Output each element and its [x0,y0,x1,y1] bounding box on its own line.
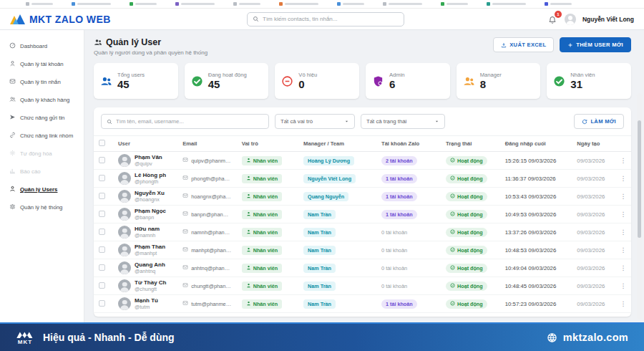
manager-link[interactable]: Nam Trần [303,264,336,273]
manager-link[interactable]: Hoàng Lý Dương [303,156,354,165]
last-login: 13:37:26 09/03/2026 [500,223,572,241]
stat-value: 31 [570,79,595,90]
sidebar-item-dashboard[interactable]: Dashboard [0,37,84,55]
manager-link[interactable]: Nam Trần [303,228,336,237]
row-actions-button[interactable]: ⋮ [620,229,626,236]
bookmark-item[interactable] [233,2,260,6]
scrollbar-thumb[interactable] [638,120,641,238]
export-excel-button[interactable]: XUẤT EXCEL [493,37,554,52]
manager-link[interactable]: Nam Trần [303,299,336,309]
add-user-button[interactable]: THÊM USER MỚI [560,37,631,52]
row-actions-button[interactable]: ⋮ [620,300,626,307]
table-header: UserEmailVai tròManager / TeamTài khoản … [94,136,631,152]
row-actions-button[interactable]: ⋮ [620,193,626,200]
user-menu[interactable]: Nguyễn Viết Long [582,16,634,23]
sidebar-item-quản-lý-users[interactable]: Quản lý Users [0,181,84,198]
row-actions-button[interactable]: ⋮ [620,264,626,271]
sidebar-item-báo-cáo[interactable]: Báo cáo [0,163,84,181]
row-actions-button[interactable]: ⋮ [620,211,626,218]
brand-logo[interactable]: MKT ZALO WEB [10,14,111,25]
add-user-label: THÊM USER MỚI [576,42,623,48]
sidebar-item-quản-lý-tài-khoản[interactable]: Quản lý tài khoản [0,55,84,73]
table-row: Phạm Văn@quipvquipv@phanmemNhân viênHoàn… [94,152,631,170]
dashboard-icon [9,42,16,50]
table-row: Lê Hồng ph@phongthphongth@phanmeNhân viê… [94,170,631,188]
zalo-accounts-badge[interactable]: 1 tài khoản [381,210,417,219]
sidebar-item-quản-lý-hệ-thống[interactable]: Quản lý hệ thống [0,198,84,216]
table-search-input[interactable] [116,118,263,125]
role-badge: Nhân viên [242,174,282,183]
role-badge: Nhân viên [242,299,282,309]
zalo-accounts-badge[interactable]: 1 tài khoản [381,299,417,309]
envelope-icon [182,157,188,164]
row-actions-button[interactable]: ⋮ [620,157,626,164]
sidebar-item-chức-năng-link-nhóm[interactable]: Chức năng link nhóm [0,127,84,145]
user-name: Từ Thầy Ch [135,279,166,286]
manager-link[interactable]: Nguyễn Viết Long [303,174,356,183]
row-checkbox[interactable] [99,229,105,235]
bookmark-item[interactable] [487,2,526,6]
plus-icon [567,42,573,48]
bookmark-item[interactable] [72,2,111,6]
status-badge: Hoạt động [446,264,487,273]
row-checkbox[interactable] [99,193,105,199]
created-date: 09/03/2026 [572,295,615,313]
check-circle-icon [450,158,455,164]
global-search-input[interactable] [263,16,399,22]
vertical-scrollbar[interactable] [637,93,642,319]
zalo-accounts-text: 0 tài khoản [381,265,407,271]
zalo-accounts-badge[interactable]: 1 tài khoản [381,192,417,201]
person-icon [246,176,251,182]
sidebar-item-quản-lý-tin-nhắn[interactable]: Quản lý tin nhắn [0,73,84,91]
manager-link[interactable]: Quang Nguyễn [303,192,348,201]
sidebar-item-chức-năng-gửi-tin[interactable]: Chức năng gửi tin [0,109,84,127]
row-actions-button[interactable]: ⋮ [620,175,626,182]
bookmark-item[interactable] [337,2,364,6]
row-checkbox[interactable] [99,282,105,289]
email-cell: hoangnx@phanm [182,193,232,200]
table-search[interactable] [101,114,269,129]
role-filter-select[interactable]: Tất cả vai trò [275,114,355,129]
status-filter-select[interactable]: Tất cả trạng thái [361,114,445,129]
bookmark-item[interactable] [279,2,318,6]
stat-label: Vô hiệu [298,72,317,78]
row-checkbox[interactable] [99,211,105,217]
column-header: Tài khoản Zalo [376,136,441,152]
bookmark-item[interactable] [26,2,53,6]
manager-link[interactable]: Nam Trần [303,246,336,255]
row-checkbox[interactable] [99,246,105,253]
bookmark-item[interactable] [383,2,422,6]
created-date: 09/03/2026 [572,241,615,259]
chevron-down-icon [434,119,439,124]
global-search[interactable] [247,12,404,27]
zalo-accounts-badge[interactable]: 2 tài khoản [381,156,417,165]
row-actions-button[interactable]: ⋮ [620,282,626,289]
refresh-button[interactable]: LÀM MỚI [574,114,624,129]
table-row: Từ Thầy Ch@chungttchungtt@phanmeNhân viê… [94,277,631,295]
footer-slogan: Hiệu quả - Nhanh - Dễ dùng [43,332,175,343]
bookmark-item[interactable] [175,2,215,6]
sidebar-item-quản-lý-khách-hàng[interactable]: Quản lý khách hàng [0,91,84,109]
role-badge: Nhân viên [242,192,282,201]
status-badge: Hoạt động [446,210,487,219]
bookmark-item[interactable] [441,2,468,6]
person-icon [246,283,251,289]
row-checkbox[interactable] [99,300,105,307]
notifications-button[interactable]: 1 [548,14,558,24]
manager-link[interactable]: Nam Trần [303,282,336,291]
manager-link[interactable]: Nam Trần [303,210,336,219]
bookmark-item[interactable] [545,2,572,6]
check-circle-icon [450,301,455,307]
bookmark-item[interactable] [130,2,157,6]
row-actions-button[interactable]: ⋮ [620,246,626,254]
select-all-checkbox[interactable] [99,140,105,146]
footer-website[interactable]: mktzalo.com [563,332,628,343]
row-checkbox[interactable] [99,264,105,271]
zalo-accounts-badge[interactable]: 1 tài khoản [381,174,417,183]
footer-logo-text: MKT [18,340,32,345]
user-name: Lê Hồng ph [135,172,166,178]
row-checkbox[interactable] [99,157,105,163]
row-checkbox[interactable] [99,175,105,181]
sidebar-item-tự-động-hóa[interactable]: Tự động hóa [0,145,84,163]
user-avatar[interactable] [565,14,576,25]
